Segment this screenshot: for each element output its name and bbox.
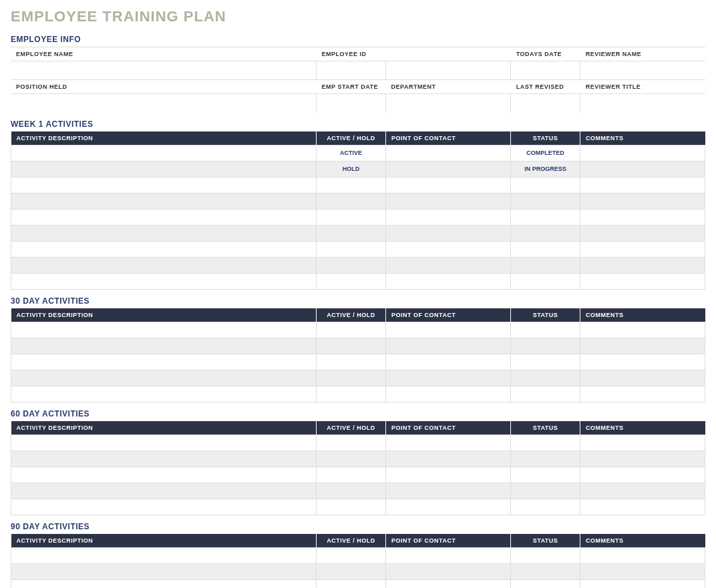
- cell-status[interactable]: [511, 483, 580, 499]
- cell-contact[interactable]: [386, 579, 511, 588]
- cell-comments[interactable]: [580, 257, 705, 273]
- cell-active-hold[interactable]: [317, 273, 386, 289]
- cell-active-hold[interactable]: [317, 370, 386, 386]
- cell-description[interactable]: [11, 273, 317, 289]
- cell-active-hold[interactable]: [317, 579, 386, 588]
- cell-contact[interactable]: [386, 273, 511, 289]
- cell-contact[interactable]: [386, 354, 511, 370]
- cell-description[interactable]: [11, 257, 317, 273]
- cell-status[interactable]: [511, 273, 580, 289]
- cell-description[interactable]: [11, 434, 317, 451]
- cell-description[interactable]: [11, 370, 317, 386]
- cell-description[interactable]: [11, 241, 317, 257]
- cell-contact[interactable]: [386, 177, 511, 193]
- input-reviewer-title[interactable]: [580, 94, 705, 113]
- cell-comments[interactable]: [580, 241, 705, 257]
- cell-description[interactable]: [11, 579, 317, 588]
- cell-active-hold[interactable]: [317, 434, 386, 451]
- cell-status[interactable]: [511, 338, 580, 354]
- cell-description[interactable]: [11, 193, 317, 209]
- cell-description[interactable]: [11, 322, 317, 338]
- cell-status[interactable]: [511, 451, 580, 467]
- cell-active-hold[interactable]: HOLD: [317, 161, 386, 177]
- cell-comments[interactable]: [580, 338, 705, 354]
- cell-description[interactable]: [11, 145, 317, 161]
- cell-status[interactable]: IN PROGRESS: [511, 161, 580, 177]
- cell-contact[interactable]: [386, 209, 511, 225]
- cell-active-hold[interactable]: [317, 257, 386, 273]
- cell-comments[interactable]: [580, 451, 705, 467]
- cell-contact[interactable]: [386, 338, 511, 354]
- cell-comments[interactable]: [580, 193, 705, 209]
- cell-active-hold[interactable]: [317, 177, 386, 193]
- cell-description[interactable]: [11, 467, 317, 483]
- cell-comments[interactable]: [580, 467, 705, 483]
- cell-comments[interactable]: [580, 370, 705, 386]
- cell-comments[interactable]: [580, 161, 705, 177]
- cell-status[interactable]: [511, 177, 580, 193]
- cell-status[interactable]: [511, 241, 580, 257]
- cell-status[interactable]: [511, 225, 580, 241]
- cell-contact[interactable]: [386, 322, 511, 338]
- cell-description[interactable]: [11, 547, 317, 563]
- cell-status[interactable]: [511, 193, 580, 209]
- cell-active-hold[interactable]: [317, 338, 386, 354]
- cell-active-hold[interactable]: [317, 451, 386, 467]
- cell-comments[interactable]: [580, 563, 705, 579]
- cell-comments[interactable]: [580, 145, 705, 161]
- cell-contact[interactable]: [386, 547, 511, 563]
- cell-comments[interactable]: [580, 499, 705, 515]
- cell-status[interactable]: [511, 354, 580, 370]
- input-employee-name[interactable]: [11, 61, 317, 80]
- cell-comments[interactable]: [580, 547, 705, 563]
- cell-contact[interactable]: [386, 563, 511, 579]
- cell-description[interactable]: [11, 177, 317, 193]
- cell-active-hold[interactable]: [317, 563, 386, 579]
- cell-description[interactable]: [11, 225, 317, 241]
- cell-description[interactable]: [11, 354, 317, 370]
- cell-comments[interactable]: [580, 209, 705, 225]
- cell-contact[interactable]: [386, 225, 511, 241]
- cell-description[interactable]: [11, 338, 317, 354]
- cell-contact[interactable]: [386, 241, 511, 257]
- cell-contact[interactable]: [386, 257, 511, 273]
- cell-active-hold[interactable]: [317, 467, 386, 483]
- cell-description[interactable]: [11, 209, 317, 225]
- cell-active-hold[interactable]: [317, 483, 386, 499]
- cell-status[interactable]: [511, 499, 580, 515]
- cell-contact[interactable]: [386, 386, 511, 402]
- cell-comments[interactable]: [580, 386, 705, 402]
- cell-active-hold[interactable]: [317, 354, 386, 370]
- input-employee-id[interactable]: [317, 61, 386, 80]
- cell-contact[interactable]: [386, 499, 511, 515]
- cell-active-hold[interactable]: [317, 241, 386, 257]
- cell-status[interactable]: [511, 467, 580, 483]
- cell-description[interactable]: [11, 483, 317, 499]
- cell-comments[interactable]: [580, 579, 705, 588]
- cell-status[interactable]: [511, 579, 580, 588]
- cell-description[interactable]: [11, 499, 317, 515]
- cell-active-hold[interactable]: [317, 386, 386, 402]
- cell-contact[interactable]: [386, 434, 511, 451]
- cell-status[interactable]: [511, 547, 580, 563]
- cell-comments[interactable]: [580, 225, 705, 241]
- cell-contact[interactable]: [386, 161, 511, 177]
- cell-comments[interactable]: [580, 322, 705, 338]
- cell-active-hold[interactable]: ACTIVE: [317, 145, 386, 161]
- input-position-held[interactable]: [11, 94, 317, 113]
- cell-status[interactable]: [511, 563, 580, 579]
- cell-active-hold[interactable]: [317, 547, 386, 563]
- cell-comments[interactable]: [580, 354, 705, 370]
- cell-active-hold[interactable]: [317, 209, 386, 225]
- cell-active-hold[interactable]: [317, 225, 386, 241]
- cell-active-hold[interactable]: [317, 499, 386, 515]
- cell-status[interactable]: [511, 322, 580, 338]
- cell-status[interactable]: [511, 386, 580, 402]
- cell-comments[interactable]: [580, 273, 705, 289]
- cell-contact[interactable]: [386, 467, 511, 483]
- cell-status[interactable]: [511, 434, 580, 451]
- input-department[interactable]: [386, 94, 511, 113]
- input-reviewer-name[interactable]: [580, 61, 705, 80]
- cell-status[interactable]: [511, 209, 580, 225]
- cell-contact[interactable]: [386, 451, 511, 467]
